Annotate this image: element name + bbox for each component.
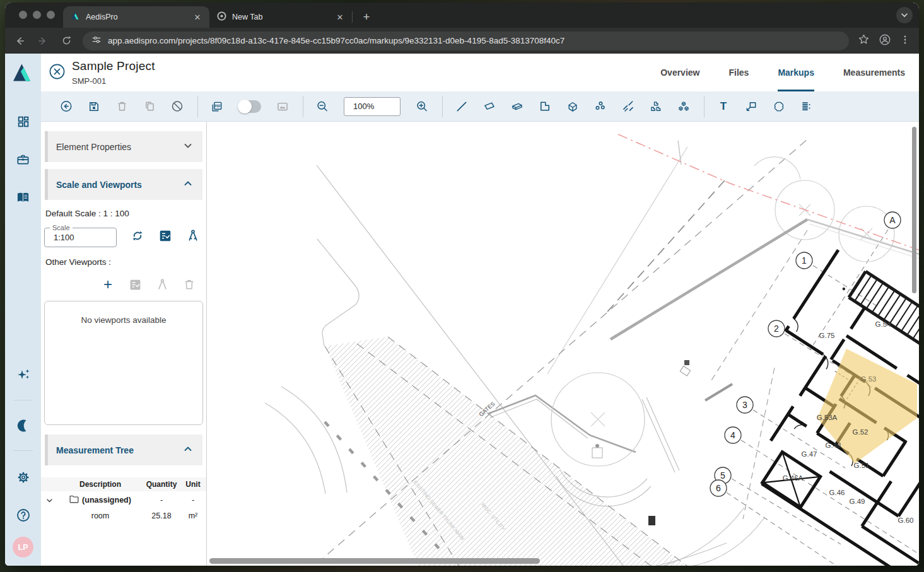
library-book-icon[interactable] (16, 190, 31, 205)
tab-overview[interactable]: Overview (660, 54, 699, 91)
back-icon[interactable] (11, 32, 28, 50)
markup-canvas[interactable]: 123456AG.54G.75G.53G.53AG.52G.48G.47G.46… (207, 122, 919, 566)
menu-dots-icon[interactable] (900, 35, 910, 47)
duplicate-icon[interactable] (143, 100, 156, 113)
reload-icon[interactable] (57, 32, 75, 50)
window-controls[interactable] (19, 11, 55, 19)
markup-toolbar: PDF (41, 91, 919, 122)
callout-tool-icon[interactable] (745, 100, 757, 113)
measurement-tree-accordion[interactable]: Measurement Tree (45, 435, 202, 465)
room-label: G.53 (861, 375, 877, 383)
site-info-icon[interactable] (91, 35, 102, 47)
sidebar-divider (13, 400, 33, 400)
rectangle-3d-tool-icon[interactable] (511, 100, 523, 113)
image-icon[interactable] (276, 100, 289, 113)
dashed-polyline-tool-icon[interactable] (622, 100, 635, 113)
pan-back-icon[interactable] (60, 100, 73, 113)
tree-row-group[interactable]: (unassigned) - - (41, 493, 206, 507)
add-viewport-icon[interactable]: + (101, 277, 115, 291)
area-tool-icon[interactable] (539, 100, 551, 113)
tree-row-item[interactable]: room 25.18 m² (41, 509, 206, 523)
cloud-tool-icon[interactable] (773, 100, 785, 113)
tree-group-label: (unassigned) (82, 496, 131, 505)
dashboard-icon[interactable] (16, 114, 31, 129)
help-icon[interactable] (16, 508, 31, 523)
maximize-window-button[interactable] (47, 11, 55, 19)
toolbar-separator (704, 96, 705, 117)
collapse-chevron-icon[interactable] (41, 497, 57, 504)
forward-icon[interactable] (34, 32, 52, 50)
sidebar-divider (13, 450, 33, 451)
refresh-scale-icon[interactable] (131, 229, 144, 243)
toolbar-separator (303, 96, 303, 117)
projects-briefcase-icon[interactable] (16, 152, 31, 167)
measure-compass-icon[interactable] (186, 229, 200, 243)
room-label: G.48 (826, 441, 841, 449)
tab-search-button[interactable] (896, 7, 913, 23)
overlay-toggle[interactable] (238, 100, 261, 113)
toolbar-separator (197, 96, 198, 117)
count-tool-icon[interactable] (594, 100, 607, 113)
text-tool-icon[interactable]: T (717, 100, 730, 113)
accordion-label: Measurement Tree (56, 445, 134, 455)
delete-icon[interactable] (115, 100, 128, 113)
zoom-out-icon[interactable] (316, 100, 329, 113)
export-pdf-icon[interactable]: PDF (211, 100, 223, 113)
ai-sparkles-icon[interactable] (16, 367, 31, 382)
tree-group-quantity: - (143, 496, 180, 505)
red-boundary-line (618, 134, 919, 252)
delete-viewport-icon[interactable] (182, 277, 196, 291)
folder-icon (69, 495, 79, 505)
group-areas-tool-icon[interactable] (650, 100, 662, 113)
tab-new-tab[interactable]: New Tab ✕ (209, 6, 352, 28)
element-properties-accordion[interactable]: Element Properties (45, 131, 202, 162)
user-avatar[interactable]: LP (13, 537, 33, 557)
dark-mode-moon-icon[interactable] (16, 418, 31, 433)
close-project-icon[interactable] (49, 63, 66, 83)
polygon-tool-icon[interactable] (483, 100, 496, 113)
tab-files[interactable]: Files (728, 54, 749, 91)
vertical-scrollbar[interactable] (912, 127, 916, 293)
chevron-up-icon (184, 179, 192, 190)
line-tool-icon[interactable] (455, 100, 468, 113)
minimize-window-button[interactable] (33, 11, 41, 19)
tab-measurements[interactable]: Measurements (843, 54, 905, 91)
viewport-checklist-icon[interactable] (128, 277, 142, 291)
zoom-in-icon[interactable] (416, 100, 428, 113)
bookmark-star-icon[interactable] (858, 33, 870, 48)
zoom-level-input[interactable] (344, 97, 401, 116)
scale-field: Scale (44, 224, 117, 247)
settings-gear-icon[interactable] (16, 470, 31, 485)
tab-aedispro[interactable]: AedisPro ✕ (63, 6, 209, 28)
grid-bubble-label: 6 (716, 483, 721, 493)
profile-icon[interactable] (879, 33, 891, 49)
tab-markups[interactable]: Markups (778, 54, 814, 91)
apply-scale-checklist-icon[interactable] (158, 229, 172, 243)
svg-text:PDF: PDF (215, 104, 221, 107)
browser-toolbar: app.aedispro.com/projects/8f09c18d-a13c-… (5, 28, 919, 54)
address-bar[interactable]: app.aedispro.com/projects/8f09c18d-a13c-… (83, 32, 849, 50)
horizontal-scrollbar[interactable] (209, 558, 540, 564)
tree-item-quantity: 25.18 (143, 511, 180, 520)
scale-input[interactable] (52, 232, 112, 243)
tree-item-unit: m² (180, 511, 206, 520)
accordion-label: Element Properties (56, 142, 131, 152)
group-volumes-tool-icon[interactable] (677, 100, 690, 113)
new-tab-button[interactable]: + (358, 8, 375, 26)
legend-tool-icon[interactable] (800, 100, 813, 113)
viewport-compass-icon[interactable] (155, 277, 169, 291)
browser-tabstrip: AedisPro ✕ New Tab ✕ + (5, 3, 919, 28)
tab-close-icon[interactable]: ✕ (192, 11, 203, 23)
grid-bubble-label: 5 (720, 470, 725, 481)
room-label: G.52 (853, 428, 868, 436)
scale-viewports-accordion[interactable]: Scale and Viewports (45, 169, 202, 200)
tree-group-unit: - (180, 496, 206, 505)
cancel-icon[interactable] (171, 100, 184, 113)
volume-tool-icon[interactable] (566, 100, 579, 113)
site-plan: 123456AG.54G.75G.53G.53AG.52G.48G.47G.46… (207, 122, 919, 566)
accordion-label: Scale and Viewports (56, 180, 142, 190)
save-icon[interactable] (88, 100, 100, 113)
grid-bubble-label: A (889, 215, 896, 225)
close-window-button[interactable] (19, 11, 27, 19)
tab-close-icon[interactable]: ✕ (334, 11, 346, 23)
